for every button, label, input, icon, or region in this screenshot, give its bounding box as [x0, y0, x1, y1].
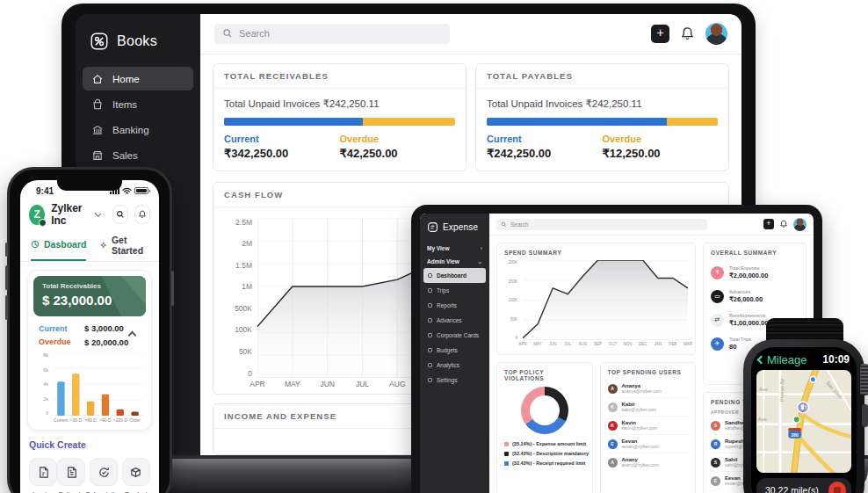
watch-device: Mileage 10:09 — [743, 339, 864, 493]
user-avatar: A — [608, 458, 618, 468]
nav-group-label: My View — [427, 245, 450, 251]
bag-icon — [91, 98, 104, 111]
search-input[interactable] — [239, 28, 442, 39]
zylker-logo: Z — [29, 205, 45, 225]
unpaid-invoices-text: Total Unpaid Invoices ₹242,250.11 — [487, 98, 718, 110]
user-avatar: S — [711, 421, 720, 431]
notifications-bell-icon[interactable] — [680, 26, 695, 41]
user-avatar[interactable] — [705, 23, 727, 45]
expense-logo-icon — [427, 221, 438, 233]
card-body: Total Unpaid Invoices ₹242,250.11 Curren… — [476, 89, 728, 170]
summary-row-advances: ▭ Advances₹26,000.00 — [711, 289, 799, 303]
summary-cards: TOTAL RECEIVABLES Total Unpaid Invoices … — [200, 54, 741, 173]
current-col: Current ₹342,250.00 — [224, 134, 340, 160]
nav-group-my-view[interactable]: My View› — [420, 242, 489, 255]
summary-label: Advances — [729, 289, 763, 294]
tab-label: Dasboard — [44, 239, 86, 250]
quick-add-button[interactable]: + — [763, 219, 774, 229]
nav-group-admin-view[interactable]: Admin View⌄ — [420, 255, 489, 268]
top-policy-title: TOP POLICY VIOLATIONS — [504, 369, 585, 381]
user-email: kavin@zylker.com — [622, 425, 657, 431]
left-column: SPEND SUMMARY 200K150K100K50K0APRMAYJUNJ… — [496, 243, 696, 493]
quick-add-button[interactable]: + — [651, 25, 669, 43]
collapse-chevron-icon[interactable] — [128, 331, 137, 340]
nav-item-label: Budgets — [437, 347, 458, 353]
stop-recording-button[interactable] — [828, 482, 846, 493]
sidebar-item-home[interactable]: Home — [83, 67, 193, 91]
status-time: 9:41 — [36, 186, 54, 196]
nav-item-dashboard[interactable]: Dashboard — [423, 268, 486, 283]
quick-create-product[interactable]: Product — [122, 458, 150, 493]
user-row[interactable]: AAnanyanany@zylker.com — [608, 453, 689, 471]
user-row[interactable]: AAnanyaananya@zylker.com — [608, 380, 689, 398]
quick-create-subscription[interactable]: Subscription — [85, 458, 121, 493]
nav-item-label: Settings — [437, 377, 458, 383]
progress-current — [487, 118, 667, 126]
watch-side-button[interactable] — [862, 404, 868, 427]
sidebar-item-label: Sales — [112, 150, 138, 161]
top-spending-users-list: AAnanyaananya@zylker.comKKabirkabir@zylk… — [608, 380, 689, 471]
policy-violations-legend: (35.14%) - Expense amount limit(32.43%) … — [504, 441, 585, 466]
legend-label: (32.43%) - Receipt required limit — [512, 460, 585, 466]
search-bar[interactable] — [496, 219, 707, 230]
nav-item-advances[interactable]: Advances — [423, 313, 486, 328]
store-icon — [91, 149, 104, 162]
stop-square-icon — [834, 487, 841, 493]
reports-icon — [428, 303, 432, 308]
overdue-label: Overdue — [340, 134, 456, 144]
subscription-icon — [90, 458, 118, 486]
top-spending-users-card: TOP SPENDING USERS AAnanyaananya@zylker.… — [600, 362, 697, 493]
trips-icon — [428, 288, 432, 293]
sidebar-item-items[interactable]: Items — [83, 92, 193, 116]
total-payables-card: TOTAL PAYABLES Total Unpaid Invoices ₹24… — [475, 63, 729, 171]
search-input[interactable] — [510, 221, 703, 228]
nav-item-budgets[interactable]: Budgets — [423, 343, 486, 358]
street-label-vertical: Phelan Av — [779, 379, 785, 402]
quick-create-invoice[interactable]: Invoice — [29, 458, 57, 493]
aging-stats: Current Overdue $ 3,000.00 $ 20,000.00 — [33, 316, 146, 351]
quick-create-estimate[interactable]: Estimate — [57, 458, 85, 493]
nav-item-corporate-cards[interactable]: Corporate Cards — [423, 328, 486, 343]
product-box-icon — [122, 458, 150, 486]
summary-texts: Total Expense₹2,00,000.00 — [729, 265, 768, 279]
total-receivables-card: TOTAL RECEIVABLES Total Unpaid Invoices … — [213, 63, 467, 171]
search-button[interactable] — [112, 205, 128, 224]
nav-item-settings[interactable]: Settings — [423, 373, 486, 388]
summary-texts: Reimbursements₹1,00,000.00 — [729, 313, 768, 327]
nav-item-analytics[interactable]: Analytics — [423, 358, 486, 373]
app-title: Expense — [443, 222, 478, 232]
notifications-bell-icon[interactable] — [134, 205, 150, 224]
nav-item-reports[interactable]: Reports — [423, 298, 486, 313]
user-avatar[interactable] — [793, 218, 807, 231]
dashboard-icon — [428, 273, 432, 278]
tab-get-started[interactable]: Get Started — [100, 235, 148, 261]
receivables-amount: $ 23,000.00 — [42, 293, 137, 308]
company-name[interactable]: Zylker Inc — [51, 202, 90, 227]
tab-dashboard[interactable]: Dasboard — [31, 235, 86, 261]
user-row[interactable]: KKabirkabir@zylker.com — [608, 398, 689, 417]
advances-icon: ▭ — [711, 290, 724, 303]
sidebar-item-banking[interactable]: Banking — [83, 118, 193, 141]
user-row[interactable]: KKavinkavin@zylker.com — [608, 417, 689, 435]
street-label: Ave — [759, 387, 768, 392]
budgets-icon — [428, 348, 432, 352]
user-row[interactable]: EEevaneevan@zylker.com — [608, 435, 689, 453]
summary-label: Reimbursements — [729, 313, 768, 318]
books-logo-icon — [90, 32, 109, 51]
card-title: TOTAL PAYABLES — [476, 64, 728, 89]
back-chevron-icon[interactable] — [757, 355, 766, 364]
expense-topbar: + — [489, 214, 814, 236]
start-dot-green — [793, 417, 799, 423]
nav-group-label: Admin View — [427, 258, 459, 265]
notifications-bell-icon[interactable] — [779, 220, 788, 228]
sidebar-item-sales[interactable]: Sales — [83, 143, 193, 167]
watch-map[interactable]: Ave Ave Phelan Av San Jose 280 — [756, 370, 851, 473]
nav-item-label: Advances — [437, 317, 462, 323]
watch-crown[interactable] — [860, 364, 868, 395]
search-bar[interactable] — [214, 24, 450, 44]
chevron-down-icon[interactable] — [95, 210, 102, 217]
watch-app-title: Mileage — [767, 353, 807, 366]
top-policy-violations-card: TOP POLICY VIOLATIONS (35.14%) - Expense… — [496, 362, 593, 493]
nav-item-trips[interactable]: Trips — [423, 283, 486, 298]
watch-time: 10:09 — [822, 353, 850, 366]
